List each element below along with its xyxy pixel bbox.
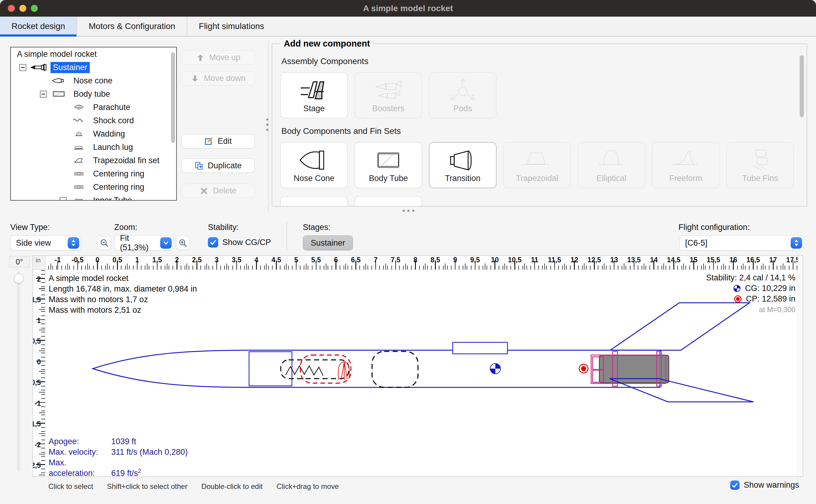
rocket-canvas[interactable]: in -1-0,500,511,522,533,544,555,566,577,…	[33, 255, 803, 477]
hint-text: Double-click to edit	[201, 482, 263, 491]
h-ruler-label: 1	[135, 256, 139, 264]
duplicate-button[interactable]: Duplicate	[181, 159, 255, 173]
hint-bar: Click to selectShift+click to select oth…	[48, 482, 339, 491]
zoom-out-button[interactable]	[97, 236, 111, 250]
body-tube-outline[interactable]	[93, 350, 660, 387]
add-pods-card[interactable]: Pods	[429, 72, 497, 118]
card-label: Tube Fins	[742, 174, 778, 183]
show-warnings-toggle[interactable]: Show warnings	[730, 480, 799, 490]
flight-config-value: [C6-5]	[685, 238, 708, 248]
show-warnings-checkbox[interactable]	[730, 480, 740, 490]
v-ruler-label: -2,5	[33, 461, 41, 470]
cp-marker	[579, 364, 588, 373]
tab-rocket-design[interactable]: Rocket design	[0, 17, 77, 36]
tree-item-launch-lug[interactable]: Launch lug	[11, 141, 176, 154]
tree-item-inner-tube[interactable]: Inner Tube	[11, 194, 176, 201]
add-stage-card[interactable]: Stage	[280, 72, 348, 118]
rotation-slider-thumb[interactable]	[14, 274, 24, 283]
rocket-icon	[30, 63, 47, 72]
stability-info: Stability: 2,4 cal / 14,1 % CG: 10,229 i…	[706, 273, 795, 315]
tab-label: Rocket design	[11, 21, 65, 31]
view-type-select[interactable]: Side view	[10, 235, 81, 250]
zoom-select[interactable]: Fit (51,3%)	[114, 235, 173, 250]
show-cgcp-label: Show CG/CP	[222, 238, 271, 247]
add-panel-scrollbar[interactable]	[800, 55, 804, 117]
h-ruler-label: 0	[96, 256, 99, 264]
horizontal-splitter-handle-icon[interactable]	[403, 210, 414, 212]
delete-button[interactable]: Delete	[181, 184, 255, 198]
add-nose-cone-card[interactable]: Nose Cone	[280, 142, 348, 188]
flight-config-select[interactable]: [C6-5]	[679, 235, 804, 250]
add-transition-card[interactable]: Transition	[429, 142, 497, 188]
h-ruler-label: 10	[491, 256, 499, 264]
pods-icon	[445, 77, 481, 103]
tree-item-label: Parachute	[91, 102, 133, 113]
check-icon	[731, 482, 738, 489]
add-trapezoidal-card[interactable]: Trapezoidal	[503, 142, 571, 188]
rotation-angle-indicator: 0°	[9, 256, 30, 267]
edit-button[interactable]: Edit	[181, 134, 255, 148]
card-label: Stage	[303, 104, 325, 113]
chevron-down-icon	[160, 237, 172, 249]
h-ruler-label: 6,5	[351, 256, 361, 264]
zoom-window-button[interactable]	[31, 5, 38, 12]
tree-item-wadding[interactable]: Wadding	[11, 127, 176, 141]
stage-toggle-sustainer[interactable]: Sustainer	[303, 235, 353, 250]
cp-legend-icon	[734, 295, 742, 303]
collapse-icon[interactable]	[19, 64, 26, 71]
ruler-unit-label: in	[33, 256, 45, 270]
h-ruler-label: 15,5	[707, 256, 720, 264]
tree-item-a-simple-model-rocket[interactable]: A simple model rocket	[11, 47, 176, 61]
launch-lug[interactable]	[453, 342, 507, 354]
tab-flight-simulations[interactable]: Flight simulations	[187, 17, 276, 36]
canvas-scrollbar[interactable]	[798, 256, 803, 477]
view-type-value: Side view	[16, 238, 51, 248]
h-ruler-label: 10,5	[508, 256, 522, 264]
zoom-in-button[interactable]	[176, 236, 190, 250]
move-up-button[interactable]: Move up	[181, 50, 255, 65]
delete-icon	[199, 186, 209, 195]
arrow-down-icon	[190, 74, 199, 83]
add-freeform-card[interactable]: Freeform	[652, 142, 720, 188]
add-body-tube-card[interactable]: Body Tube	[355, 142, 422, 188]
v-ruler-label: 2	[37, 275, 41, 283]
rotation-slider[interactable]	[17, 271, 20, 471]
add-tube-fins-card[interactable]: Tube Fins	[726, 142, 794, 188]
clipped-card[interactable]	[280, 196, 348, 207]
collapse-icon[interactable]	[40, 91, 47, 98]
tab-label: Flight simulations	[199, 21, 264, 31]
expand-icon[interactable]	[60, 197, 66, 201]
vertical-ruler: 2,521,510,50-0,5-1-1,5-2-2,5	[33, 270, 45, 477]
v-ruler-label: -1,5	[33, 420, 41, 428]
component-tree[interactable]: A simple model rocketSustainerNose coneB…	[10, 47, 177, 201]
section-label: Body Components and Fin Sets	[281, 126, 795, 136]
tree-item-centering-ring[interactable]: Centering ring	[11, 180, 176, 194]
tree-item-centering-ring[interactable]: Centering ring	[11, 167, 176, 180]
clipped-card[interactable]	[355, 196, 422, 207]
h-ruler-label: 13,5	[627, 256, 641, 264]
tree-item-body-tube[interactable]: Body tube	[11, 87, 176, 101]
transition-icon	[445, 147, 481, 173]
tree-scrollbar[interactable]	[171, 52, 175, 143]
tree-item-label: Inner Tube	[91, 195, 134, 201]
wadding-icon	[70, 129, 88, 138]
boosters-icon	[370, 77, 406, 103]
v-ruler-label: -1	[35, 399, 41, 407]
vertical-splitter-handle-icon[interactable]	[266, 118, 268, 131]
show-cgcp-checkbox[interactable]	[208, 237, 218, 247]
tree-item-sustainer[interactable]: Sustainer	[11, 61, 176, 74]
move-down-button[interactable]: Move down	[181, 71, 255, 86]
body-tube-card-icon	[370, 147, 406, 173]
tab-motors-configuration[interactable]: Motors & Configuration	[77, 17, 187, 36]
add-elliptical-card[interactable]: Elliptical	[578, 142, 645, 188]
add-boosters-card[interactable]: Boosters	[355, 72, 422, 118]
tree-item-shock-cord[interactable]: Shock cord	[11, 114, 176, 127]
tree-item-trapezoidal-fin-set[interactable]: Trapezoidal fin set	[11, 154, 176, 167]
tree-item-parachute[interactable]: Parachute	[11, 101, 176, 114]
close-window-button[interactable]	[8, 5, 15, 12]
card-label: Transition	[445, 174, 481, 183]
tree-item-nose-cone[interactable]: Nose cone	[11, 74, 176, 87]
v-ruler-label: 1	[37, 316, 41, 325]
minimize-window-button[interactable]	[19, 5, 26, 12]
h-ruler-label: 16	[730, 256, 737, 264]
